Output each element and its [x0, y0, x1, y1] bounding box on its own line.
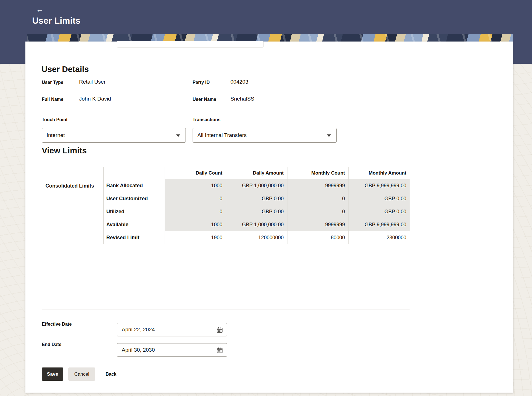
limit-cell: GBP 0.00	[226, 205, 287, 218]
touch-point-select[interactable]: Internet	[42, 128, 186, 143]
column-header-monthly-count: Monthly Count	[287, 167, 348, 179]
column-header-daily-count: Daily Count	[165, 167, 226, 179]
column-header-blank-1	[42, 167, 103, 179]
limit-cell: 0	[287, 205, 348, 218]
limit-cell: 1000	[165, 218, 226, 231]
row-label-user-customized: User Customized	[103, 192, 165, 205]
party-id-label: Party ID	[193, 80, 210, 85]
limit-cell: GBP 9,999,999.00	[348, 179, 410, 192]
arrow-left-icon: ←	[36, 6, 43, 13]
full-name-value: John K David	[79, 96, 111, 102]
table-row: Consolidated Limits Bank Allocated 1000 …	[42, 179, 410, 192]
user-details-title: User Details	[42, 65, 89, 74]
touch-point-selected-value: Internet	[47, 132, 65, 138]
calendar-icon[interactable]	[216, 327, 223, 335]
end-date-label: End Date	[42, 342, 61, 347]
transactions-selected-value: All Internal Transfers	[197, 132, 247, 138]
end-date-value: April 30, 2030	[122, 347, 155, 353]
view-limits-title: View Limits	[42, 146, 87, 155]
effective-date-value: April 22, 2024	[122, 327, 155, 333]
limits-table: Daily Count Daily Amount Monthly Count M…	[42, 167, 410, 244]
touch-point-label: Touch Point	[42, 117, 67, 122]
page-title: User Limits	[32, 16, 80, 26]
limit-cell: GBP 1,000,000.00	[226, 218, 287, 231]
limit-cell: GBP 1,000,000.00	[226, 179, 287, 192]
limit-cell: GBP 9,999,999.00	[348, 218, 410, 231]
limit-cell: 1000	[165, 179, 226, 192]
column-header-blank-2	[103, 167, 165, 179]
full-name-label: Full Name	[42, 97, 63, 102]
revised-limit-cell[interactable]: 2300000	[348, 231, 410, 244]
cancel-button[interactable]: Cancel	[68, 367, 95, 381]
decorative-banner	[27, 34, 513, 42]
user-type-value: Retail User	[79, 79, 106, 85]
effective-date-input[interactable]: April 22, 2024	[117, 323, 227, 336]
limit-cell: 0	[165, 205, 226, 218]
row-label-utilized: Utilized	[103, 205, 165, 218]
row-label-bank-allocated: Bank Allocated	[103, 179, 165, 192]
transactions-label: Transactions	[193, 117, 221, 122]
column-header-daily-amount: Daily Amount	[226, 167, 287, 179]
limit-cell: GBP 0.00	[348, 205, 410, 218]
user-type-label: User Type	[42, 80, 63, 85]
limit-cell: 0	[287, 192, 348, 205]
limit-cell: 9999999	[287, 179, 348, 192]
consolidated-limits-label: Consolidated Limits	[42, 179, 103, 244]
end-date-input[interactable]: April 30, 2030	[117, 343, 227, 357]
transactions-select[interactable]: All Internal Transfers	[193, 128, 337, 143]
back-link[interactable]: Back	[106, 367, 116, 381]
revised-limit-cell[interactable]: 1900	[165, 231, 226, 244]
chevron-down-icon	[176, 134, 180, 137]
limit-cell: GBP 0.00	[226, 192, 287, 205]
column-header-monthly-amount: Monthly Amount	[348, 167, 410, 179]
table-header-row: Daily Count Daily Amount Monthly Count M…	[42, 167, 410, 179]
party-id-value: 004203	[230, 79, 248, 85]
limit-cell: GBP 0.00	[348, 192, 410, 205]
content-card: User Details User Type Retail User Party…	[25, 42, 513, 393]
user-name-value: SnehalSS	[230, 96, 254, 102]
limit-cell: 9999999	[287, 218, 348, 231]
user-name-label: User Name	[193, 97, 216, 102]
limits-table-container: Daily Count Daily Amount Monthly Count M…	[42, 167, 410, 310]
save-button[interactable]: Save	[42, 367, 63, 381]
row-label-available: Available	[103, 218, 165, 231]
calendar-icon[interactable]	[216, 347, 223, 355]
truncated-input[interactable]	[117, 41, 263, 47]
row-label-revised-limit: Revised Limit	[103, 231, 165, 244]
revised-limit-cell[interactable]: 120000000	[226, 231, 287, 244]
revised-limit-cell[interactable]: 80000	[287, 231, 348, 244]
limit-cell: 0	[165, 192, 226, 205]
chevron-down-icon	[327, 134, 331, 137]
effective-date-label: Effective Date	[42, 322, 72, 327]
back-button[interactable]: ←	[34, 4, 45, 15]
